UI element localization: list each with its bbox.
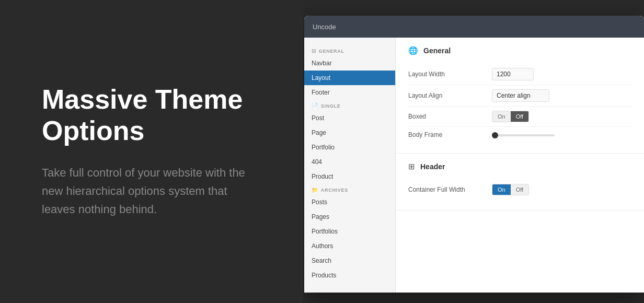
body-frame-slider[interactable] (492, 134, 555, 136)
header-section-block: ⊞ Header Container Full Width On Off (396, 154, 644, 211)
boxed-toggle[interactable]: On Off (492, 111, 529, 122)
container-full-width-row: Container Full Width On Off (408, 180, 631, 200)
container-off-btn[interactable]: Off (511, 184, 528, 195)
general-section-header: 🌐 General (408, 46, 631, 55)
general-section-block: 🌐 General Layout Width Layout Align Cent… (396, 38, 644, 154)
layout-icon: ⊞ (408, 162, 415, 171)
sidebar-item-portfolio[interactable]: Portfolio (304, 140, 395, 155)
container-full-width-toggle[interactable]: On Off (492, 184, 529, 195)
sidebar-item-navbar[interactable]: Navbar (304, 56, 395, 71)
boxed-on-btn[interactable]: On (492, 111, 511, 122)
layout-align-select[interactable]: Center align (492, 89, 549, 102)
container-on-btn[interactable]: On (492, 184, 511, 195)
single-section-icon: 📄 (312, 103, 318, 109)
layout-width-row: Layout Width (408, 64, 631, 85)
globe-icon: 🌐 (408, 46, 418, 55)
left-panel: Massive Theme Options Take full control … (0, 53, 303, 250)
sidebar-item-post[interactable]: Post (304, 111, 395, 125)
layout-align-label: Layout Align (408, 92, 492, 99)
sidebar-item-portfolios[interactable]: Portfolios (304, 224, 395, 239)
layout-width-input[interactable] (492, 68, 534, 80)
sidebar-item-authors[interactable]: Authors (304, 239, 395, 253)
body-frame-handle[interactable] (492, 132, 498, 138)
browser-content: ⊟ GENERAL Navbar Layout Footer 📄 SINGLE … (304, 38, 644, 293)
sidebar-item-layout[interactable]: Layout (304, 71, 395, 85)
sidebar-item-products[interactable]: Products (304, 268, 395, 283)
body-frame-row: Body Frame (408, 127, 631, 143)
header-section-title: Header (420, 162, 445, 171)
browser-topbar: Uncode (304, 16, 644, 38)
sidebar-section-single: 📄 SINGLE (304, 100, 395, 111)
main-content: 🌐 General Layout Width Layout Align Cent… (396, 38, 644, 293)
sidebar-item-404[interactable]: 404 (304, 155, 395, 169)
header-section-header: ⊞ Header (408, 162, 631, 171)
sidebar-section-archives: 📁 ARCHIVES (304, 184, 395, 195)
general-section-title: General (423, 46, 451, 55)
sidebar-item-search[interactable]: Search (304, 253, 395, 268)
sidebar-item-footer[interactable]: Footer (304, 85, 395, 100)
layout-width-label: Layout Width (408, 71, 492, 78)
right-panel: Uncode ⊟ GENERAL Navbar Layout Footer 📄 … (303, 0, 644, 303)
sidebar-item-page[interactable]: Page (304, 125, 395, 140)
sidebar-item-product[interactable]: Product (304, 169, 395, 184)
browser-topbar-title: Uncode (313, 23, 336, 31)
boxed-row: Boxed On Off (408, 107, 631, 127)
layout-align-row: Layout Align Center align (408, 85, 631, 107)
body-frame-label: Body Frame (408, 131, 492, 138)
sidebar-item-pages[interactable]: Pages (304, 209, 395, 224)
boxed-off-btn[interactable]: Off (511, 111, 528, 122)
sidebar: ⊟ GENERAL Navbar Layout Footer 📄 SINGLE … (304, 38, 396, 293)
boxed-label: Boxed (408, 113, 492, 120)
general-section-icon: ⊟ (312, 48, 316, 54)
sidebar-section-general: ⊟ GENERAL (304, 45, 395, 56)
browser-window: Uncode ⊟ GENERAL Navbar Layout Footer 📄 … (304, 16, 644, 293)
container-full-width-label: Container Full Width (408, 186, 492, 193)
archives-section-icon: 📁 (312, 187, 318, 193)
main-title: Massive Theme Options (42, 84, 261, 147)
subtitle: Take full control of your website with t… (42, 164, 261, 219)
sidebar-item-posts[interactable]: Posts (304, 195, 395, 209)
